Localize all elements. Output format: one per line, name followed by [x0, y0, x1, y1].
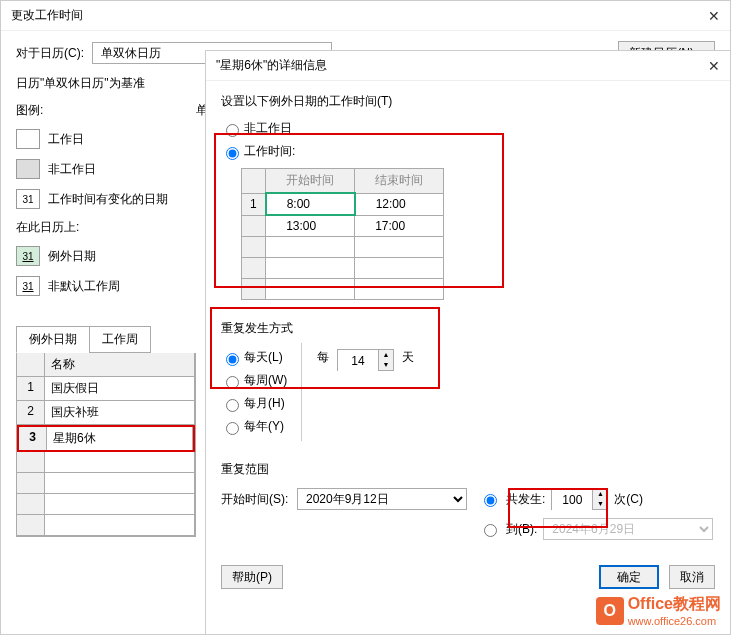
time-table: 开始时间结束时间 18:0012:00 13:0017:00 — [241, 168, 444, 300]
spinner-up-icon[interactable]: ▲ — [593, 489, 607, 499]
spinner-down-icon[interactable]: ▼ — [593, 499, 607, 509]
legend-exception: 31例外日期 — [16, 246, 196, 266]
for-calendar-label: 对于日历(C): — [16, 45, 84, 62]
start-date-label: 开始时间(S): — [221, 491, 297, 508]
until-label: 到(B): — [506, 521, 537, 538]
range-label: 重复范围 — [221, 461, 715, 478]
watermark-brand: Office教程网 — [628, 595, 721, 612]
worktime-label: 工作时间: — [244, 143, 295, 160]
occur-label: 共发生: — [506, 491, 545, 508]
start-header: 开始时间 — [266, 169, 355, 194]
ok-button[interactable]: 确定 — [599, 565, 659, 589]
times-label: 次(C) — [614, 491, 643, 508]
table-row[interactable] — [17, 494, 195, 515]
occur-radio[interactable] — [484, 494, 497, 507]
on-this-calendar-label: 在此日历上: — [16, 219, 196, 236]
table-row[interactable] — [17, 452, 195, 473]
daily-radio[interactable] — [226, 353, 239, 366]
yearly-radio[interactable] — [226, 422, 239, 435]
help-button[interactable]: 帮助(P) — [221, 565, 283, 589]
legend-workday: 工作日 — [16, 129, 196, 149]
legend-label: 图例: — [16, 102, 196, 119]
table-row[interactable] — [17, 515, 195, 536]
nonworkday-radio[interactable] — [226, 124, 239, 137]
exception-table: 名称 1 国庆假日 2 国庆补班 3 星期6休 — [16, 353, 196, 537]
time-row[interactable]: 13:0017:00 — [242, 215, 444, 237]
spinner-up-icon[interactable]: ▲ — [379, 350, 393, 360]
interval-input[interactable] — [338, 350, 378, 372]
spinner-down-icon[interactable]: ▼ — [379, 360, 393, 370]
inner-titlebar: "星期6休"的详细信息 ✕ — [206, 51, 730, 81]
monthly-radio[interactable] — [226, 399, 239, 412]
legend-nondefault: 31非默认工作周 — [16, 276, 196, 296]
close-icon[interactable]: ✕ — [708, 8, 720, 24]
start-date-select[interactable]: 2020年9月12日 — [297, 488, 467, 510]
watermark: O Office教程网 www.office26.com — [596, 594, 721, 627]
tab-workweek[interactable]: 工作周 — [89, 326, 151, 353]
name-header: 名称 — [45, 353, 195, 376]
table-row[interactable]: 1 国庆假日 — [17, 377, 195, 401]
table-row-selected[interactable]: 3 星期6休 — [17, 425, 195, 452]
time-row[interactable]: 18:0012:00 — [242, 193, 444, 215]
outer-title: 更改工作时间 — [11, 7, 83, 24]
close-icon[interactable]: ✕ — [708, 58, 720, 74]
end-header: 结束时间 — [355, 169, 444, 194]
details-dialog: "星期6休"的详细信息 ✕ 设置以下例外日期的工作时间(T) 非工作日 工作时间… — [205, 50, 731, 635]
table-row[interactable]: 2 国庆补班 — [17, 401, 195, 425]
time-row[interactable] — [242, 258, 444, 279]
watermark-logo-icon: O — [596, 597, 624, 625]
until-radio[interactable] — [484, 524, 497, 537]
time-row[interactable] — [242, 279, 444, 300]
days-label: 天 — [402, 349, 414, 366]
outer-titlebar: 更改工作时间 ✕ — [1, 1, 730, 31]
occur-spinner[interactable]: ▲▼ — [551, 488, 608, 510]
every-label: 每 — [317, 349, 329, 366]
weekly-radio[interactable] — [226, 376, 239, 389]
tab-exception[interactable]: 例外日期 — [16, 326, 90, 353]
worktime-radio[interactable] — [226, 147, 239, 160]
legend-nonworkday: 非工作日 — [16, 159, 196, 179]
inner-title: "星期6休"的详细信息 — [216, 57, 327, 74]
interval-spinner[interactable]: ▲▼ — [337, 349, 394, 371]
watermark-url: www.office26.com — [628, 615, 721, 627]
until-date-select: 2024年6月29日 — [543, 518, 713, 540]
set-label: 设置以下例外日期的工作时间(T) — [221, 93, 715, 110]
recurrence-label: 重复发生方式 — [221, 320, 715, 337]
cancel-button[interactable]: 取消 — [669, 565, 715, 589]
occur-input[interactable] — [552, 489, 592, 511]
legend-changed: 31工作时间有变化的日期 — [16, 189, 196, 209]
time-row[interactable] — [242, 237, 444, 258]
nonworkday-label: 非工作日 — [244, 120, 292, 137]
table-row[interactable] — [17, 473, 195, 494]
